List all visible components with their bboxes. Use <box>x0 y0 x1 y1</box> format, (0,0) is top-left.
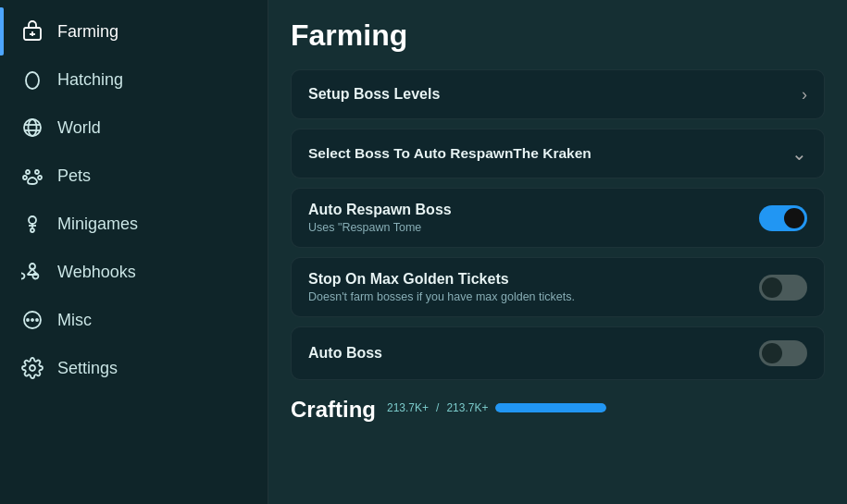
auto-respawn-boss-text: Auto Respawn Boss Uses "Respawn Tome <box>308 202 452 234</box>
misc-icon <box>20 308 44 332</box>
auto-respawn-boss-label: Auto Respawn Boss <box>308 202 452 218</box>
auto-respawn-boss-toggle[interactable] <box>759 205 807 231</box>
auto-boss-card: Auto Boss <box>291 326 825 380</box>
sidebar-item-farming[interactable]: Farming <box>0 7 268 55</box>
svg-point-3 <box>29 119 37 136</box>
crafting-progress: 213.7K+ / 213.7K+ <box>387 401 606 414</box>
sidebar-item-label: Hatching <box>57 70 123 90</box>
svg-point-7 <box>35 170 39 174</box>
progress-max: 213.7K+ <box>446 401 488 414</box>
stop-on-max-golden-label: Stop On Max Golden Tickets <box>308 271 575 288</box>
sidebar-item-hatching[interactable]: Hatching <box>0 55 268 104</box>
svg-point-17 <box>30 365 35 371</box>
toggle-knob <box>784 208 804 228</box>
auto-respawn-boss-card: Auto Respawn Boss Uses "Respawn Tome <box>291 188 825 248</box>
crafting-section: Crafting 213.7K+ / 213.7K+ <box>291 389 825 426</box>
crafting-heading: Crafting <box>291 397 376 423</box>
sidebar-item-webhooks[interactable]: Webhooks <box>0 248 268 296</box>
setup-boss-levels-label: Setup Boss Levels <box>308 86 440 103</box>
webhooks-icon <box>20 260 44 284</box>
chevron-right-icon: › <box>802 85 807 104</box>
auto-boss-toggle[interactable] <box>759 340 807 366</box>
stop-on-max-golden-card: Stop On Max Golden Tickets Doesn't farm … <box>291 257 825 317</box>
hatching-icon <box>20 68 44 92</box>
svg-point-14 <box>31 319 33 321</box>
chevron-down-icon: ⌄ <box>791 142 807 165</box>
toggle-knob <box>762 343 782 363</box>
sidebar-item-pets[interactable]: Pets <box>0 152 268 200</box>
sidebar-item-label: Pets <box>57 166 91 186</box>
svg-point-9 <box>38 176 42 179</box>
progress-separator: / <box>436 401 439 414</box>
svg-point-10 <box>29 216 36 224</box>
progress-bar-bg <box>495 403 606 412</box>
auto-respawn-boss-sublabel: Uses "Respawn Tome <box>308 221 452 234</box>
stop-on-max-golden-toggle[interactable] <box>759 275 807 301</box>
toggle-knob <box>762 277 782 298</box>
sidebar-item-label: World <box>57 118 101 138</box>
select-boss-dropdown[interactable]: Select Boss To Auto RespawnThe Kraken ⌄ <box>291 129 825 178</box>
sidebar-item-minigames[interactable]: Minigames <box>0 200 268 248</box>
sidebar: Farming Hatching World Pets Minigames We… <box>0 0 268 504</box>
svg-point-8 <box>23 176 27 179</box>
pets-icon <box>20 164 44 188</box>
auto-boss-text: Auto Boss <box>308 345 382 362</box>
page-title: Farming <box>291 18 825 53</box>
progress-bar-fill <box>495 403 606 412</box>
main-content: Farming Setup Boss Levels › Select Boss … <box>268 0 847 504</box>
stop-on-max-golden-sublabel: Doesn't farm bosses if you have max gold… <box>308 290 575 303</box>
sidebar-item-label: Misc <box>57 311 92 330</box>
sidebar-item-world[interactable]: World <box>0 104 268 152</box>
sidebar-item-settings[interactable]: Settings <box>0 344 268 392</box>
svg-point-15 <box>27 319 29 321</box>
minigames-icon <box>20 212 44 236</box>
sidebar-item-label: Farming <box>57 22 118 42</box>
world-icon <box>20 116 44 140</box>
svg-point-1 <box>26 72 39 89</box>
sidebar-item-label: Webhooks <box>57 263 136 282</box>
sidebar-item-misc[interactable]: Misc <box>0 296 268 344</box>
farming-icon <box>20 19 44 43</box>
progress-current: 213.7K+ <box>387 401 429 414</box>
auto-boss-label: Auto Boss <box>308 345 382 362</box>
svg-point-16 <box>36 319 38 321</box>
sidebar-item-label: Settings <box>57 359 118 378</box>
setup-boss-levels-card[interactable]: Setup Boss Levels › <box>291 69 825 119</box>
sidebar-item-label: Minigames <box>57 215 138 234</box>
settings-icon <box>20 356 44 380</box>
svg-point-6 <box>26 170 30 174</box>
select-boss-label: Select Boss To Auto RespawnThe Kraken <box>308 145 592 162</box>
stop-on-max-golden-text: Stop On Max Golden Tickets Doesn't farm … <box>308 271 575 303</box>
svg-point-11 <box>31 228 34 232</box>
svg-point-2 <box>24 119 41 136</box>
